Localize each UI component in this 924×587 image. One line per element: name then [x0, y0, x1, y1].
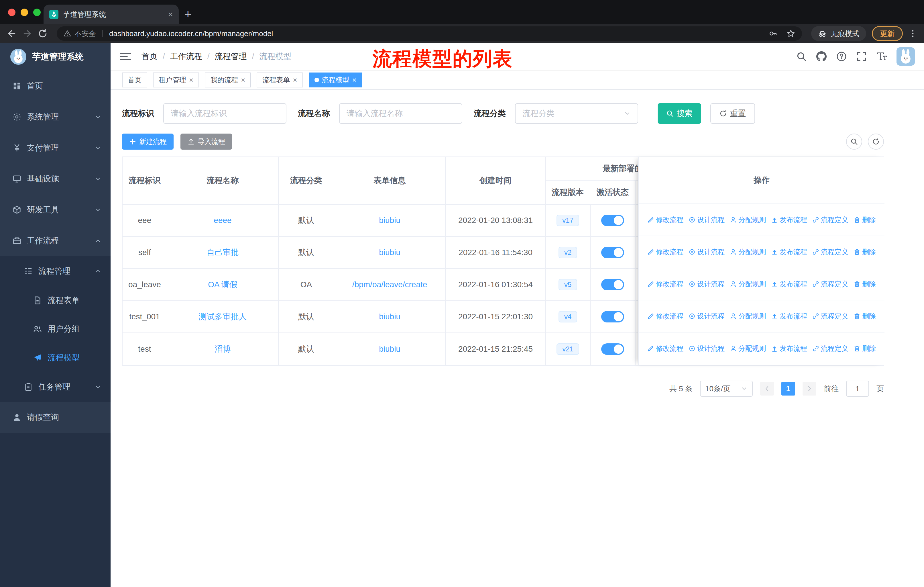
active-toggle[interactable] [601, 343, 624, 355]
filter-select-process-category[interactable]: 流程分类 [515, 103, 638, 124]
action-design[interactable]: 设计流程 [688, 279, 724, 289]
forward-icon[interactable] [22, 29, 32, 38]
action-publish[interactable]: 发布流程 [771, 344, 807, 353]
active-toggle[interactable] [601, 215, 624, 226]
browser-menu-icon[interactable] [909, 29, 917, 38]
search-icon[interactable] [796, 51, 807, 62]
toggle-search-button[interactable] [846, 134, 862, 150]
action-publish[interactable]: 发布流程 [771, 279, 807, 289]
form-info-link[interactable]: /bpm/oa/leave/create [352, 280, 427, 289]
filter-input-process-key[interactable] [163, 103, 286, 124]
tag-close-icon[interactable]: × [189, 76, 193, 84]
form-info-link[interactable]: biubiu [379, 248, 401, 257]
action-edit[interactable]: 修改流程 [647, 279, 683, 289]
hamburger-icon[interactable] [120, 52, 131, 61]
sidebar-item-home[interactable]: 首页 [0, 71, 111, 101]
sidebar-logo[interactable]: 芋道管理系统 [0, 43, 111, 71]
reload-icon[interactable] [38, 29, 48, 38]
goto-page-input[interactable] [846, 380, 869, 397]
tag-流程表单[interactable]: 流程表单× [257, 73, 303, 88]
browser-update-button[interactable]: 更新 [872, 26, 903, 41]
action-assign[interactable]: 分配规则 [730, 344, 766, 353]
form-info-link[interactable]: biubiu [379, 344, 401, 354]
next-page-button[interactable] [803, 382, 816, 395]
active-toggle[interactable] [601, 279, 624, 290]
action-assign[interactable]: 分配规则 [730, 215, 766, 225]
process-name-link[interactable]: 滔博 [214, 344, 231, 355]
action-assign[interactable]: 分配规则 [730, 279, 766, 289]
breadcrumb-item[interactable]: 首页 [142, 51, 158, 62]
password-key-icon[interactable] [769, 29, 777, 38]
version-badge[interactable]: v5 [559, 279, 577, 290]
tag-租户管理[interactable]: 租户管理× [153, 73, 199, 88]
sidebar-item-payment[interactable]: 支付管理 [0, 132, 111, 164]
action-design[interactable]: 设计流程 [688, 247, 724, 256]
address-bar[interactable]: 不安全 dashboard.yudao.iocoder.cn/bpm/manag… [57, 26, 802, 41]
action-definition[interactable]: 流程定义 [812, 312, 848, 321]
tag-首页[interactable]: 首页 [122, 73, 147, 88]
action-assign[interactable]: 分配规则 [730, 247, 766, 256]
action-delete[interactable]: 删除 [853, 344, 876, 353]
new-tab-button[interactable]: + [185, 5, 191, 24]
help-icon[interactable] [837, 51, 846, 62]
tag-close-icon[interactable]: × [241, 76, 245, 84]
sidebar-item-devtools[interactable]: 研发工具 [0, 194, 111, 225]
sidebar-item-infra[interactable]: 基础设施 [0, 164, 111, 194]
breadcrumb-item[interactable]: 工作流程 [170, 51, 202, 62]
action-definition[interactable]: 流程定义 [812, 279, 848, 289]
process-name-link[interactable]: eeee [214, 216, 231, 225]
process-name-link[interactable]: 自己审批 [206, 247, 239, 258]
search-button[interactable]: 搜索 [658, 103, 701, 124]
user-avatar[interactable] [896, 47, 915, 66]
action-publish[interactable]: 发布流程 [771, 247, 807, 256]
action-edit[interactable]: 修改流程 [647, 215, 683, 225]
refresh-table-button[interactable] [868, 134, 884, 150]
version-badge[interactable]: v17 [556, 215, 579, 226]
filter-input-process-name[interactable] [339, 103, 462, 124]
action-delete[interactable]: 删除 [853, 215, 876, 225]
page-1-button[interactable]: 1 [781, 382, 795, 395]
prev-page-button[interactable] [760, 382, 774, 395]
sidebar-item-user-group[interactable]: 用户分组 [0, 315, 111, 343]
action-assign[interactable]: 分配规则 [730, 312, 766, 321]
action-design[interactable]: 设计流程 [688, 344, 724, 353]
browser-tab[interactable]: 芋道管理系统 × [43, 5, 179, 24]
process-name-link[interactable]: 测试多审批人 [198, 311, 247, 322]
active-toggle[interactable] [601, 247, 624, 258]
import-process-button[interactable]: 导入流程 [180, 134, 232, 150]
action-publish[interactable]: 发布流程 [771, 312, 807, 321]
active-toggle[interactable] [601, 311, 624, 322]
sidebar-item-task-management[interactable]: 任务管理 [0, 372, 111, 402]
bookmark-star-icon[interactable] [787, 29, 795, 38]
tag-close-icon[interactable]: × [352, 76, 356, 84]
sidebar-item-system[interactable]: 系统管理 [0, 101, 111, 132]
window-close-button[interactable] [8, 8, 15, 16]
reset-button[interactable]: 重置 [710, 103, 755, 124]
action-design[interactable]: 设计流程 [688, 312, 724, 321]
font-size-icon[interactable] [876, 51, 887, 62]
tag-close-icon[interactable]: × [293, 76, 297, 84]
version-badge[interactable]: v21 [556, 343, 579, 355]
form-info-link[interactable]: biubiu [379, 216, 401, 225]
action-delete[interactable]: 删除 [853, 312, 876, 321]
version-badge[interactable]: v4 [559, 311, 577, 322]
sidebar-item-process-form[interactable]: 流程表单 [0, 286, 111, 315]
page-size-select[interactable]: 10条/页 [700, 380, 753, 397]
action-edit[interactable]: 修改流程 [647, 312, 683, 321]
tag-我的流程[interactable]: 我的流程× [205, 73, 251, 88]
action-edit[interactable]: 修改流程 [647, 247, 683, 256]
action-definition[interactable]: 流程定义 [812, 247, 848, 256]
sidebar-item-process-management[interactable]: 流程管理 [0, 256, 111, 286]
github-icon[interactable] [816, 51, 827, 62]
action-delete[interactable]: 删除 [853, 247, 876, 256]
window-minimize-button[interactable] [21, 8, 28, 16]
breadcrumb-item[interactable]: 流程管理 [215, 51, 247, 62]
action-design[interactable]: 设计流程 [688, 215, 724, 225]
action-edit[interactable]: 修改流程 [647, 344, 683, 353]
tab-close-icon[interactable]: × [168, 10, 173, 19]
form-info-link[interactable]: biubiu [379, 312, 401, 321]
action-delete[interactable]: 删除 [853, 279, 876, 289]
action-definition[interactable]: 流程定义 [812, 344, 848, 353]
tag-流程模型[interactable]: 流程模型× [309, 73, 362, 88]
action-publish[interactable]: 发布流程 [771, 215, 807, 225]
